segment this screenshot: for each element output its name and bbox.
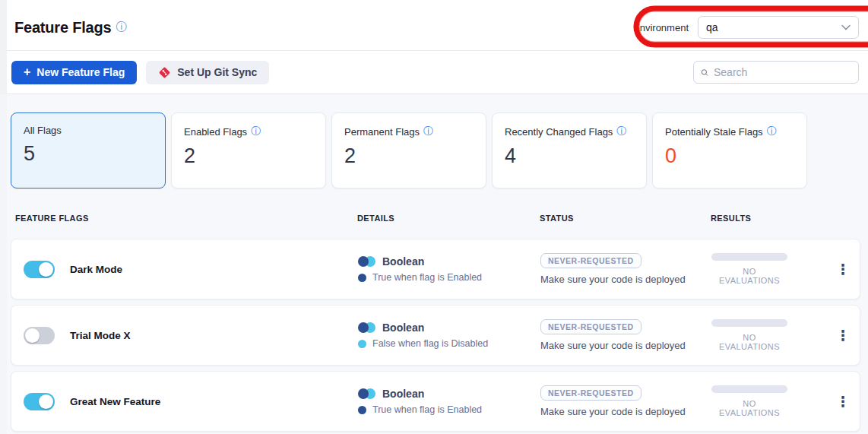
git-sync-label: Set Up Git Sync	[177, 66, 257, 78]
flag-toggle[interactable]	[24, 393, 55, 410]
column-header-feature-flags: FEATURE FLAGS	[15, 214, 357, 223]
flag-name[interactable]: Dark Mode	[70, 264, 122, 275]
card-permanent-flags[interactable]: Permanent Flags ⓘ 2	[331, 112, 486, 188]
page-title: Feature Flags	[14, 19, 111, 36]
card-label: Recently Changed Flags	[505, 126, 613, 138]
info-icon[interactable]: ⓘ	[116, 21, 126, 34]
results-bar	[711, 319, 787, 327]
column-header-results: RESULTS	[711, 214, 827, 223]
variation-dot	[358, 274, 366, 282]
kebab-menu-icon[interactable]: ⋮	[830, 259, 857, 280]
card-label: Potentially Stale Flags	[665, 126, 763, 138]
card-recently-changed-flags[interactable]: Recently Changed Flags ⓘ 4	[492, 112, 647, 188]
status-text: Make sure your code is deployed	[540, 340, 711, 351]
toggle-knob	[39, 394, 53, 409]
card-label: All Flags	[24, 125, 62, 136]
flag-name[interactable]: Trial Mode X	[70, 330, 131, 341]
card-value: 4	[505, 144, 634, 168]
environment-label: Environment	[633, 22, 689, 33]
table-row: Great New Feature Boolean True when flag…	[11, 371, 860, 432]
search-icon	[701, 67, 708, 78]
card-label: Permanent Flags	[344, 126, 420, 138]
search-box[interactable]	[693, 61, 859, 84]
git-icon	[158, 66, 171, 79]
feature-flags-page: Feature Flags ⓘ Environment qa + New Fea…	[7, 0, 868, 434]
status-badge: NEVER-REQUESTED	[540, 319, 641, 334]
flag-type: Boolean	[382, 388, 424, 400]
card-value: 5	[24, 142, 153, 166]
status-text: Make sure your code is deployed	[540, 274, 711, 285]
table-header: FEATURE FLAGS DETAILS STATUS RESULTS	[11, 199, 860, 237]
card-value: 2	[184, 144, 313, 168]
toggle-knob	[25, 328, 40, 343]
plus-icon: +	[24, 65, 30, 79]
card-potentially-stale-flags[interactable]: Potentially Stale Flags ⓘ 0	[652, 112, 807, 188]
boolean-type-icon	[358, 322, 375, 333]
card-label: Enabled Flags	[184, 126, 247, 138]
flag-toggle[interactable]	[24, 261, 55, 278]
toolbar: + New Feature Flag Set Up Git Sync	[7, 51, 868, 94]
results-text: NO EVALUATIONS	[711, 399, 787, 417]
search-input[interactable]	[714, 66, 851, 78]
info-icon[interactable]: ⓘ	[767, 125, 777, 138]
card-enabled-flags[interactable]: Enabled Flags ⓘ 2	[171, 112, 326, 188]
boolean-type-icon	[358, 388, 375, 399]
column-header-details: DETAILS	[357, 214, 540, 223]
flag-type: Boolean	[382, 322, 424, 334]
variation-label: True when flag is Enabled	[372, 404, 482, 415]
set-up-git-sync-button[interactable]: Set Up Git Sync	[146, 61, 269, 84]
boolean-type-icon	[358, 256, 375, 267]
results-text: NO EVALUATIONS	[711, 267, 787, 285]
chevron-down-icon	[841, 24, 851, 30]
environment-value: qa	[706, 21, 841, 33]
new-feature-flag-button[interactable]: + New Feature Flag	[11, 61, 137, 84]
toggle-knob	[39, 262, 53, 277]
variation-dot	[358, 340, 366, 348]
status-badge: NEVER-REQUESTED	[540, 253, 641, 268]
info-icon[interactable]: ⓘ	[423, 125, 433, 138]
flag-type: Boolean	[382, 255, 424, 268]
column-header-status: STATUS	[540, 214, 711, 223]
status-badge: NEVER-REQUESTED	[540, 385, 641, 401]
card-all-flags[interactable]: All Flags 5	[11, 112, 166, 188]
flag-toggle[interactable]	[24, 327, 55, 344]
variation-label: True when flag is Enabled	[372, 272, 482, 283]
flag-rows: Dark Mode Boolean True when flag is Enab…	[11, 239, 860, 432]
results-bar	[711, 385, 787, 393]
content-area: All Flags 5 Enabled Flags ⓘ 2 Permanent …	[7, 94, 868, 434]
stats-cards: All Flags 5 Enabled Flags ⓘ 2 Permanent …	[11, 112, 860, 188]
kebab-menu-icon[interactable]: ⋮	[830, 391, 857, 412]
environment-select[interactable]: qa	[698, 16, 859, 39]
new-feature-flag-label: New Feature Flag	[36, 66, 125, 78]
table-row: Dark Mode Boolean True when flag is Enab…	[11, 239, 860, 299]
kebab-menu-icon[interactable]: ⋮	[830, 325, 857, 346]
results-bar	[711, 253, 787, 261]
status-text: Make sure your code is deployed	[540, 406, 711, 417]
variation-dot	[358, 406, 366, 414]
left-edge-strip	[0, 0, 7, 434]
top-bar: Feature Flags ⓘ Environment qa	[7, 0, 868, 51]
results-text: NO EVALUATIONS	[711, 333, 787, 351]
info-icon[interactable]: ⓘ	[616, 125, 626, 138]
flag-name[interactable]: Great New Feature	[70, 396, 160, 407]
variation-label: False when flag is Disabled	[372, 338, 488, 349]
card-value: 0	[665, 144, 794, 168]
table-row: Trial Mode X Boolean False when flag is …	[11, 305, 860, 366]
info-icon[interactable]: ⓘ	[251, 125, 261, 138]
card-value: 2	[344, 144, 474, 168]
